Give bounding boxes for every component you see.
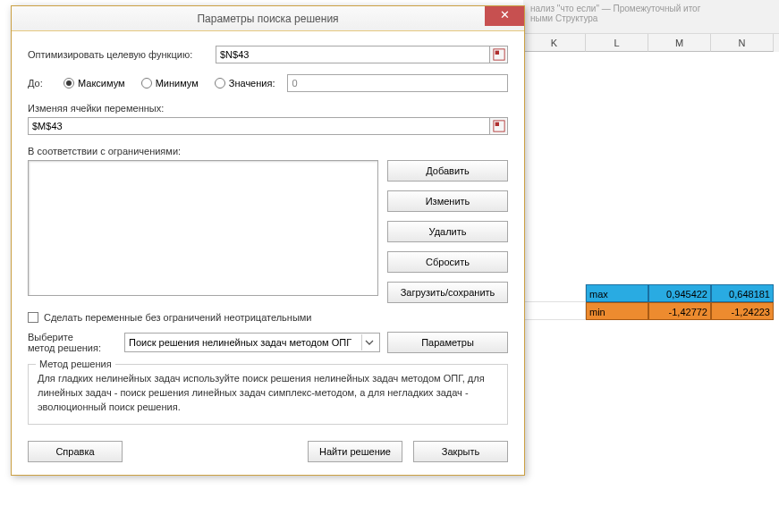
titlebar[interactable]: Параметры поиска решения ✕	[12, 6, 524, 31]
value-of-input[interactable]	[287, 74, 508, 92]
method-label: метод решения:	[28, 342, 117, 353]
to-label: До:	[28, 78, 64, 89]
radio-icon	[64, 78, 74, 89]
col-header-n[interactable]: N	[711, 34, 774, 52]
reset-button[interactable]: Сбросить	[387, 251, 508, 273]
parameters-button[interactable]: Параметры	[387, 332, 508, 353]
table-row: max 0,945422 0,648181	[523, 284, 779, 302]
constraints-list[interactable]	[28, 160, 378, 296]
column-headers: K L M N	[523, 34, 779, 52]
changing-cells-input[interactable]	[28, 117, 490, 135]
radio-icon	[215, 78, 225, 89]
close-dialog-button[interactable]: Закрыть	[413, 441, 508, 462]
constraints-label: В соответствии с ограничениями:	[28, 146, 508, 156]
cell-min-m[interactable]: -1,42772	[648, 302, 711, 320]
nonneg-checkbox[interactable]	[28, 312, 38, 323]
svg-rect-1	[495, 51, 498, 55]
table-row: min -1,42772 -1,24223	[523, 302, 779, 320]
grid[interactable]: max 0,945422 0,648181 min -1,42772 -1,24…	[523, 52, 779, 532]
range-picker-icon	[493, 48, 505, 61]
ribbon-fragment: нализ "что если" — Промежуточный итог ны…	[523, 0, 779, 34]
nonneg-label: Сделать переменные без ограничений неотр…	[44, 312, 312, 323]
to-radio-group: Максимум Минимум Значения:	[64, 78, 275, 89]
changing-cells-label: Изменяя ячейки переменных:	[28, 103, 508, 114]
method-label: Выберите	[28, 332, 117, 342]
radio-max[interactable]: Максимум	[64, 78, 125, 89]
cell-max-n[interactable]: 0,648181	[711, 284, 774, 302]
help-button[interactable]: Справка	[28, 441, 123, 462]
optimize-label: Оптимизировать целевую функцию:	[28, 49, 216, 60]
radio-min[interactable]: Минимум	[141, 78, 199, 89]
cell-min-n[interactable]: -1,24223	[711, 302, 774, 320]
changing-ref-button[interactable]	[490, 117, 508, 135]
radio-icon	[141, 78, 152, 89]
col-header-k[interactable]: K	[523, 34, 586, 52]
dialog-title: Параметры поиска решения	[197, 13, 338, 25]
change-constraint-button[interactable]: Изменить	[387, 190, 508, 212]
objective-ref-button[interactable]	[490, 46, 508, 63]
chevron-down-icon	[361, 334, 376, 350]
delete-constraint-button[interactable]: Удалить	[387, 221, 508, 242]
groupbox-title: Метод решения	[36, 359, 115, 369]
svg-rect-3	[495, 122, 498, 126]
method-description: Для гладких нелинейных задач используйте…	[38, 372, 498, 415]
cell-max-m[interactable]: 0,945422	[648, 284, 711, 302]
cell-min-label[interactable]: min	[586, 302, 648, 320]
method-groupbox: Метод решения Для гладких нелинейных зад…	[28, 364, 508, 425]
objective-input[interactable]	[216, 46, 490, 63]
method-select[interactable]: Поиск решения нелинейных задач методом О…	[124, 333, 380, 352]
load-save-button[interactable]: Загрузить/сохранить	[387, 282, 508, 303]
radio-value[interactable]: Значения:	[215, 78, 275, 89]
col-header-l[interactable]: L	[586, 34, 648, 52]
range-picker-icon	[493, 120, 505, 132]
solver-dialog: Параметры поиска решения ✕ Оптимизироват…	[11, 5, 525, 476]
add-constraint-button[interactable]: Добавить	[387, 160, 508, 182]
col-header-m[interactable]: M	[648, 34, 711, 52]
cell-max-label[interactable]: max	[586, 284, 648, 302]
close-button[interactable]: ✕	[485, 6, 524, 26]
close-icon: ✕	[500, 8, 510, 21]
solve-button[interactable]: Найти решение	[308, 441, 402, 462]
